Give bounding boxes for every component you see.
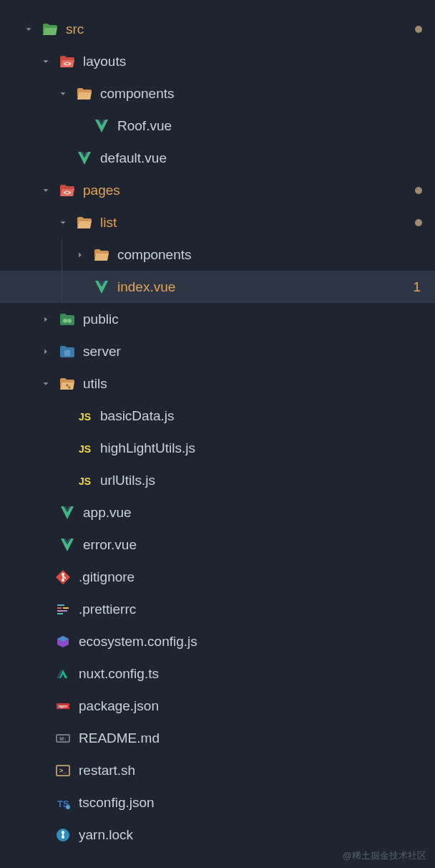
file-basicdata-js[interactable]: basicData.js (0, 400, 435, 432)
js-icon (74, 440, 94, 457)
folder-pages-icon (57, 182, 77, 199)
chevron-down-icon (56, 216, 70, 230)
vue-icon (74, 150, 94, 167)
folder-label: src (66, 21, 415, 37)
file-label: app.vue (83, 505, 435, 521)
file-yarn-lock[interactable]: yarn.lock (0, 819, 435, 851)
folder-label: layouts (83, 54, 435, 69)
folder-public-icon (57, 311, 77, 328)
file-label: yarn.lock (79, 827, 435, 843)
file-readme-md[interactable]: README.md (0, 722, 435, 754)
file-label: package.json (79, 698, 435, 714)
watermark: @稀土掘金技术社区 (343, 849, 426, 862)
modified-dot (415, 219, 422, 226)
folder-components[interactable]: components (0, 77, 435, 110)
folder-label: components (117, 247, 435, 263)
file-default-vue[interactable]: default.vue (0, 142, 435, 174)
file-label: index.vue (117, 279, 409, 295)
ts-icon (53, 794, 73, 811)
yarn-icon (53, 826, 73, 844)
file-restart-sh[interactable]: restart.sh (0, 754, 435, 786)
folder-open-icon (74, 214, 94, 231)
folder-components-2[interactable]: components (0, 238, 435, 271)
file-label: ecosystem.config.js (79, 634, 435, 650)
modified-dot (415, 26, 422, 33)
file-ecosystem-config[interactable]: ecosystem.config.js (0, 625, 435, 657)
file-label: .prettierrc (79, 602, 435, 617)
chevron-down-icon (39, 183, 53, 198)
folder-open-icon (74, 85, 94, 102)
folder-pages[interactable]: pages (0, 174, 435, 206)
file-tsconfig[interactable]: tsconfig.json (0, 786, 435, 819)
file-roof-vue[interactable]: Roof.vue (0, 110, 435, 142)
nuxt-icon (53, 665, 73, 683)
file-label: .gitignore (79, 569, 435, 585)
change-count-badge: 1 (409, 279, 421, 295)
chevron-down-icon (39, 54, 53, 69)
folder-list[interactable]: list (0, 206, 435, 238)
file-package-json[interactable]: package.json (0, 690, 435, 722)
file-label: tsconfig.json (79, 795, 435, 811)
chevron-down-icon (21, 22, 36, 37)
chevron-down-icon (39, 377, 53, 391)
folder-server[interactable]: server (0, 335, 435, 367)
folder-label: utils (83, 376, 435, 392)
git-icon (53, 569, 73, 586)
vue-icon (92, 117, 112, 135)
folder-layouts[interactable]: layouts (0, 45, 435, 77)
file-gitignore[interactable]: .gitignore (0, 561, 435, 593)
file-nuxt-config[interactable]: nuxt.config.ts (0, 657, 435, 690)
vue-icon (92, 279, 112, 296)
shell-icon (53, 762, 73, 779)
file-label: Roof.vue (117, 118, 435, 134)
file-label: restart.sh (79, 763, 435, 778)
vue-icon (57, 504, 77, 521)
folder-src[interactable]: src (0, 13, 435, 45)
js-icon (74, 472, 94, 489)
file-label: basicData.js (100, 408, 435, 424)
file-label: highLightUtils.js (100, 440, 435, 456)
folder-server-icon (57, 343, 77, 360)
chevron-right-icon (39, 312, 53, 327)
file-label: error.vue (83, 537, 435, 553)
folder-label: server (83, 344, 435, 360)
folder-public[interactable]: public (0, 303, 435, 335)
file-error-vue[interactable]: error.vue (0, 529, 435, 561)
folder-src-icon (40, 21, 60, 38)
folder-label: list (100, 215, 415, 231)
modified-dot (415, 187, 422, 194)
folder-label: pages (83, 183, 415, 198)
file-label: nuxt.config.ts (79, 666, 435, 682)
folder-icon (92, 246, 112, 264)
pm2-icon (53, 633, 73, 650)
file-index-vue[interactable]: index.vue 1 (0, 271, 435, 303)
folder-utils[interactable]: utils (0, 367, 435, 400)
folder-label: components (100, 86, 435, 102)
markdown-icon (53, 730, 73, 747)
vue-icon (57, 536, 77, 554)
npm-icon (53, 698, 73, 715)
folder-layouts-icon (57, 53, 77, 70)
file-tree: src layouts components Roof.vue default.… (0, 0, 435, 851)
prettier-icon (53, 601, 73, 618)
file-label: default.vue (100, 150, 435, 166)
chevron-down-icon (56, 87, 70, 101)
folder-utils-icon (57, 375, 77, 392)
file-urlutils-js[interactable]: urlUtils.js (0, 464, 435, 496)
file-label: README.md (79, 730, 435, 746)
folder-label: public (83, 312, 435, 327)
chevron-right-icon (73, 248, 87, 262)
chevron-right-icon (39, 344, 53, 359)
file-app-vue[interactable]: app.vue (0, 496, 435, 529)
js-icon (74, 408, 94, 425)
file-prettierrc[interactable]: .prettierrc (0, 593, 435, 625)
file-highlight-js[interactable]: highLightUtils.js (0, 432, 435, 464)
file-label: urlUtils.js (100, 473, 435, 488)
